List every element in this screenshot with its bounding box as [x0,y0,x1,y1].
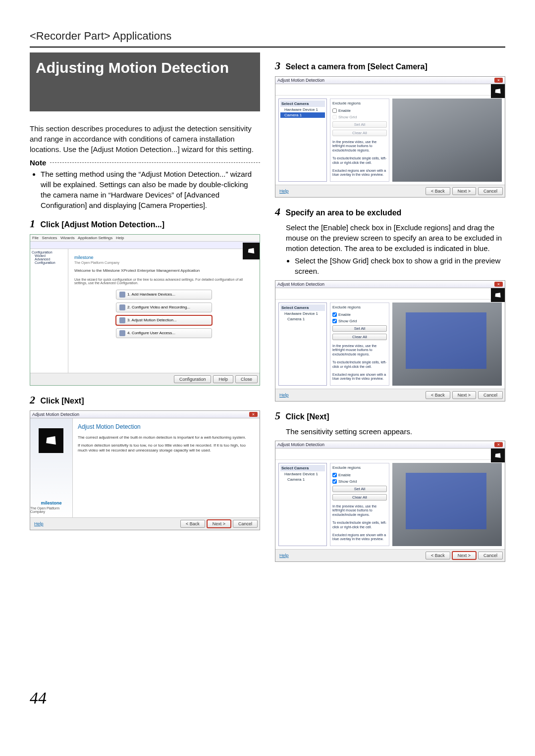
welcome-heading: Welcome to the Milestone XProtect Enterp… [74,268,254,273]
help-link[interactable]: Help [277,552,291,559]
exclude-group-label: Exclude regions [332,465,387,470]
breadcrumb: <Recorder Part> Applications [30,30,505,43]
screenshot-exclude-grid: Adjust Motion Detection × Select Camera … [275,280,505,402]
wizard-p1: The correct adjustment of the built-in m… [78,435,255,440]
wizard-side-image: milestone The Open Platform Company [30,418,73,517]
tip-1: In the preview video, use the left/right… [332,344,387,356]
showgrid-checkbox[interactable]: Show Grid [332,319,387,323]
back-button[interactable]: < Back [426,552,450,559]
nav-tree: Configuration Wizard Advanced Configurat… [30,249,68,373]
tip-2: To exclude/include single cells, left-cl… [332,156,387,165]
step-5-title: Click [Next] [285,412,329,421]
divider [30,47,505,48]
camera-icon [119,292,125,298]
cancel-button[interactable]: Cancel [233,520,258,528]
enable-checkbox[interactable]: Enable [332,473,387,477]
next-button[interactable]: Next > [452,552,476,559]
exclude-group-label: Exclude regions [332,101,387,105]
wizard-configure-video-label: 2. Configure Video and Recording... [127,305,190,309]
gear-icon [119,304,125,310]
screenshot-select-camera: Adjust Motion Detection × Select Camera … [275,76,505,198]
back-button[interactable]: < Back [426,391,450,399]
preview-pane-grid[interactable] [392,463,502,546]
camera-tree[interactable]: Select Camera Hardware Device 1 Camera 1 [278,463,327,546]
showgrid-checkbox[interactable]: Show Grid [332,115,387,119]
exclude-options: Exclude regions Enable Show Grid Set All… [330,302,389,386]
wizard-adjust-motion[interactable]: 3. Adjust Motion Detection... [116,315,212,325]
tree-hardware[interactable]: Hardware Device 1 [280,471,325,477]
close-icon[interactable]: × [494,78,503,83]
step-4-num: 4 [275,205,280,218]
help-link[interactable]: Help [32,520,46,527]
close-icon[interactable]: × [494,282,503,287]
tip-2: To exclude/include single cells, left-cl… [332,521,387,529]
screenshot-next-highlight: Adjust Motion Detection × Select Camera … [275,441,505,562]
wizard-add-hardware-label: 1. Add Hardware Devices... [127,292,175,297]
enable-checkbox[interactable]: Enable [332,108,387,113]
tree-wizard: Wizard [32,254,66,257]
close-btn[interactable]: Close [235,375,258,383]
corner-camera-icon [491,84,505,98]
tip-3: Excluded regions are shown with a blue o… [332,373,387,381]
brand: milestone [41,501,61,505]
help-link[interactable]: Help [277,392,291,399]
enable-label: Enable [338,312,351,317]
note-label: Note [30,158,46,167]
preview-pane-grid[interactable] [392,302,502,386]
step-2: 2 Click [Next] [30,394,260,406]
back-button[interactable]: < Back [426,187,450,195]
next-button[interactable]: Next > [207,520,231,528]
cancel-button[interactable]: Cancel [478,391,503,399]
enable-label: Enable [338,108,351,113]
camera-tree[interactable]: Select Camera Hardware Device 1 Camera 1 [278,99,327,182]
tree-camera-1[interactable]: Camera 1 [280,477,325,482]
wizard-user-access[interactable]: 4. Configure User Access... [116,328,212,338]
window-title: Adjust Motion Detection [277,282,324,287]
setall-button[interactable]: Set All [332,325,387,332]
tree-hardware[interactable]: Hardware Device 1 [280,311,325,316]
help-link[interactable]: Help [277,188,291,195]
showgrid-checkbox[interactable]: Show Grid [332,479,387,484]
next-button[interactable]: Next > [452,187,476,195]
welcome-sub: Use the wizard for quick configuration o… [74,278,254,285]
tip-3: Excluded regions are shown with a blue o… [332,533,387,542]
setall-button[interactable]: Set All [332,486,387,492]
step-4: 4 Specify an area to be excluded [275,205,505,218]
clearall-button[interactable]: Clear All [332,494,387,501]
back-button[interactable]: < Back [180,520,205,528]
note-dash [50,162,260,163]
tip-2: To exclude/include single cells, left-cl… [332,360,387,369]
camera-icon [39,428,63,453]
clearall-button[interactable]: Clear All [332,130,387,136]
camera-tree[interactable]: Select Camera Hardware Device 1 Camera 1 [278,302,327,386]
step-1: 1 Click [Adjust Motion Detection...] [30,217,260,230]
user-icon [119,330,125,336]
brand-small: milestone [74,255,254,260]
step-4-body: Select the [Enable] check box in [Exclud… [286,223,502,252]
corner-camera-icon [491,449,505,462]
help-btn[interactable]: Help [213,375,233,383]
cancel-button[interactable]: Cancel [478,187,503,195]
tree-camera-1[interactable]: Camera 1 [280,112,325,118]
corner-camera-icon [243,243,260,259]
next-button[interactable]: Next > [452,391,476,399]
clearall-button[interactable]: Clear All [332,334,387,340]
close-icon[interactable]: × [249,412,258,417]
close-icon[interactable]: × [494,442,503,447]
setall-button[interactable]: Set All [332,121,387,128]
wizard-add-hardware[interactable]: 1. Add Hardware Devices... [116,290,212,300]
step-3-title: Select a camera from [Select Camera] [285,62,427,71]
toolbar [30,242,260,249]
cancel-button[interactable]: Cancel [478,552,503,559]
status-btn[interactable]: Configuration [174,375,212,383]
page-number: 44 [30,689,505,707]
tree-hardware[interactable]: Hardware Device 1 [280,107,325,112]
window-title: Adjust Motion Detection [277,78,324,83]
tree-header: Select Camera [280,465,325,471]
wizard-configure-video[interactable]: 2. Configure Video and Recording... [116,302,212,312]
enable-checkbox[interactable]: Enable [332,312,387,317]
menubar: File Services Wizards Application Settin… [30,235,260,242]
tree-camera-1[interactable]: Camera 1 [280,316,325,322]
step-3-num: 3 [275,59,280,72]
preview-pane[interactable] [392,99,502,182]
